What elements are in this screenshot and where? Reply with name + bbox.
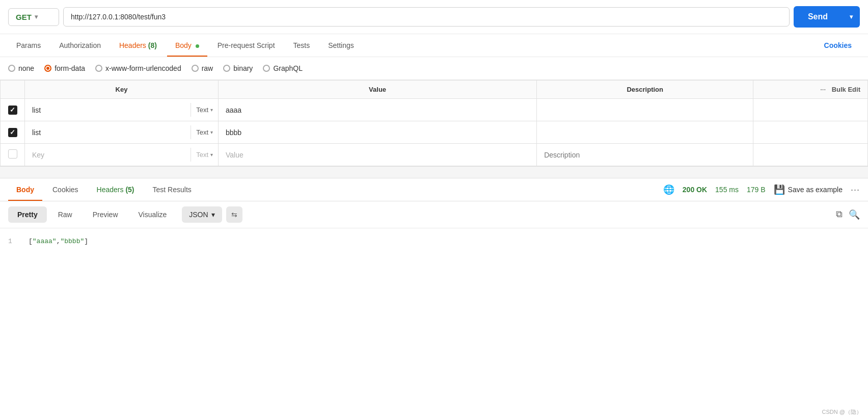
resp-tab-body[interactable]: Body [8, 178, 42, 201]
row2-desc-cell [537, 121, 753, 144]
option-urlencoded-label: x-www-form-urlencoded [105, 64, 181, 72]
col-key: Key [25, 81, 219, 99]
section-divider [0, 166, 868, 178]
tab-params[interactable]: Params [8, 34, 49, 57]
row1-key-input[interactable] [25, 101, 191, 119]
more-options-icon[interactable]: ··· [851, 185, 860, 195]
tab-prerequest[interactable]: Pre-request Script [209, 34, 283, 57]
row1-value-input[interactable] [219, 101, 536, 119]
tab-settings[interactable]: Settings [320, 34, 362, 57]
row2-type-chevron: ▾ [210, 129, 213, 135]
table-row: Text ▾ [1, 144, 868, 166]
tab-body[interactable]: Body [167, 34, 207, 57]
radio-form-data [44, 65, 51, 72]
row2-value-input[interactable] [219, 123, 536, 142]
resp-tab-headers[interactable]: Headers (5) [89, 178, 143, 201]
row3-checkbox-empty[interactable] [8, 149, 17, 159]
row1-action-cell [753, 99, 868, 121]
request-tabs: Params Authorization Headers (8) Body Pr… [0, 34, 868, 57]
row2-action-cell [753, 121, 868, 144]
format-pretty-btn[interactable]: Pretty [8, 206, 47, 223]
line-number-1: 1 [8, 237, 18, 247]
option-none-label: none [18, 64, 34, 72]
save-example-button[interactable]: 💾 Save as example [774, 184, 843, 195]
option-urlencoded[interactable]: x-www-form-urlencoded [95, 64, 181, 72]
option-graphql[interactable]: GraphQL [263, 64, 303, 72]
row3-type-label: Text [196, 151, 208, 159]
row2-checkbox[interactable]: ✓ [8, 128, 17, 137]
row2-type-select[interactable]: Text ▾ [191, 125, 218, 139]
tab-authorization[interactable]: Authorization [51, 34, 109, 57]
row1-checkbox[interactable]: ✓ [8, 106, 17, 115]
response-tabs: Body Cookies Headers (5) Test Results 🌐 … [0, 178, 868, 201]
row3-checkbox-cell [1, 144, 25, 166]
row1-checkbox-cell: ✓ [1, 99, 25, 121]
row2-type-label: Text [196, 128, 208, 136]
headers-badge: (8) [148, 41, 157, 49]
row3-key-input[interactable] [25, 146, 191, 164]
row3-desc-cell [537, 144, 753, 166]
option-raw[interactable]: raw [192, 64, 213, 72]
content-type-dropdown[interactable]: JSON ▾ [182, 206, 222, 223]
resp-tab-cookies[interactable]: Cookies [44, 178, 87, 201]
row2-key-input[interactable] [25, 123, 191, 142]
col-checkbox [1, 81, 25, 99]
form-data-table: Key Value Description ··· Bulk Edit ✓ Te… [0, 80, 868, 166]
save-example-label: Save as example [788, 186, 843, 194]
content-type-label: JSON [189, 211, 208, 219]
row3-value-input[interactable] [219, 146, 536, 164]
response-status-area: 🌐 200 OK 155 ms 179 B 💾 Save as example … [663, 184, 860, 195]
row1-type-label: Text [196, 106, 208, 114]
json-value-2: "bbbb" [60, 238, 84, 245]
radio-binary [223, 65, 230, 72]
option-form-data-label: form-data [55, 64, 85, 72]
format-raw-btn[interactable]: Raw [49, 206, 82, 223]
bulk-edit-link[interactable]: Bulk Edit [832, 86, 860, 93]
copy-icon[interactable]: ⧉ [836, 209, 843, 220]
row3-type-select[interactable]: Text ▾ [191, 148, 218, 162]
body-options: none form-data x-www-form-urlencoded raw… [0, 57, 868, 80]
radio-raw [192, 65, 199, 72]
row2-value-cell [219, 121, 537, 144]
radio-graphql [263, 65, 270, 72]
row3-type-chevron: ▾ [210, 152, 213, 158]
row2-key-cell: Text ▾ [25, 121, 219, 144]
tab-cookies[interactable]: Cookies [816, 34, 860, 57]
row2-desc-input[interactable] [537, 123, 753, 142]
row1-desc-cell [537, 99, 753, 121]
row3-desc-input[interactable] [537, 146, 753, 164]
option-form-data[interactable]: form-data [44, 64, 85, 72]
url-bar: GET ▾ Send ▾ [0, 0, 868, 34]
more-icon[interactable]: ··· [820, 86, 826, 93]
col-bulk-edit: ··· Bulk Edit [753, 81, 868, 99]
response-actions: ⧉ 🔍 [836, 209, 860, 220]
send-button[interactable]: Send ▾ [794, 6, 860, 28]
body-dot-icon [196, 44, 199, 48]
row3-value-cell [219, 144, 537, 166]
format-visualize-btn[interactable]: Visualize [129, 206, 176, 223]
option-none[interactable]: none [8, 64, 34, 72]
response-time: 155 ms [715, 186, 739, 194]
response-status: 200 OK [683, 186, 707, 194]
word-wrap-btn[interactable]: ⇆ [226, 206, 242, 223]
method-label: GET [16, 13, 32, 21]
tab-tests[interactable]: Tests [285, 34, 318, 57]
row1-type-select[interactable]: Text ▾ [191, 103, 218, 117]
search-icon[interactable]: 🔍 [849, 209, 860, 220]
table-row: ✓ Text ▾ [1, 121, 868, 144]
row1-desc-input[interactable] [537, 101, 753, 119]
radio-none [8, 65, 15, 72]
send-arrow-icon[interactable]: ▾ [843, 7, 860, 27]
resp-tab-test-results[interactable]: Test Results [145, 178, 200, 201]
tab-headers[interactable]: Headers (8) [111, 34, 165, 57]
format-preview-btn[interactable]: Preview [84, 206, 127, 223]
globe-icon[interactable]: 🌐 [663, 184, 674, 195]
option-graphql-label: GraphQL [273, 64, 303, 72]
json-bracket-open: [ [29, 238, 33, 245]
row2-checkbox-cell: ✓ [1, 121, 25, 144]
json-value-1: "aaaa" [33, 238, 57, 245]
option-binary[interactable]: binary [223, 64, 253, 72]
method-dropdown[interactable]: GET ▾ [8, 8, 59, 26]
col-value: Value [219, 81, 537, 99]
url-input[interactable] [63, 7, 790, 27]
